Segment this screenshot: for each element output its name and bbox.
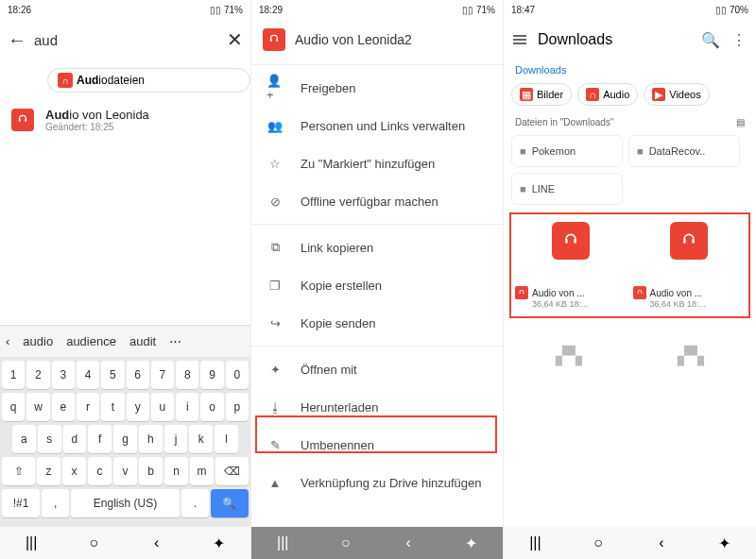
menu-offline[interactable]: ⊘Offline verfügbar machen: [251, 182, 503, 220]
menu-drive-shortcut[interactable]: ▲Verknüpfung zu Drive hinzufügen: [251, 464, 503, 501]
page-title: Downloads: [538, 31, 690, 48]
search-result[interactable]: Audio von Leonida Geändert: 18:25: [0, 100, 250, 140]
accessibility-icon[interactable]: ✦: [211, 534, 228, 551]
headphones-icon: ∩: [58, 73, 73, 88]
menu-open-with[interactable]: ✦Öffnen mit: [251, 350, 503, 388]
screen-downloads: 18:47 ▯▯70% Downloads 🔍 ⋮ Downloads ▦Bil…: [504, 0, 756, 559]
home-icon[interactable]: ○: [85, 534, 102, 551]
menu-download[interactable]: ⭳Herunterladen: [251, 388, 503, 426]
share-icon: 👤+: [266, 74, 284, 102]
section-label: Dateien in "Downloads" ▤: [504, 110, 756, 135]
more-icon[interactable]: ⋮: [731, 31, 747, 49]
recents-icon[interactable]: |||: [274, 534, 291, 551]
folder-icon: ■: [520, 145, 526, 157]
menu-copy-link[interactable]: ⧉Link kopieren: [251, 229, 503, 266]
headphones-icon: ∩: [586, 88, 599, 101]
sheet-header: Audio von Leonida2: [251, 19, 503, 60]
filter-chips: ▦Bilder ∩Audio ▶Videos: [504, 79, 756, 110]
recents-icon[interactable]: |||: [526, 534, 543, 551]
keyboard[interactable]: 1234567890 qwertyuiop asdfghjkl ⇧zxcvbnm…: [0, 357, 250, 527]
drive-icon: ▲: [266, 476, 284, 490]
loading-files: ▞▚ ▞▚: [504, 330, 756, 382]
headphones-icon: [263, 28, 285, 51]
home-icon[interactable]: ○: [337, 534, 354, 551]
suggestion-prev[interactable]: ‹: [6, 334, 9, 348]
placeholder-icon: ▞▚: [633, 337, 749, 375]
file-item[interactable]: Audio von ... 36,64 KB 18:...: [515, 222, 627, 309]
status-time: 18:47: [511, 5, 535, 15]
back-icon[interactable]: ‹: [400, 534, 417, 551]
menu-make-copy[interactable]: ❐Kopie erstellen: [251, 266, 503, 304]
status-time: 18:26: [8, 5, 31, 15]
link-icon: ⧉: [266, 240, 284, 255]
suggestion[interactable]: audit: [129, 334, 156, 348]
status-time: 18:29: [259, 5, 283, 15]
suggestion[interactable]: audio: [23, 334, 53, 348]
menu-send-copy[interactable]: ↪Kopie senden: [251, 304, 503, 342]
star-icon: ☆: [266, 157, 284, 171]
filter-chip-audio[interactable]: ∩ Audiodateien: [47, 68, 250, 93]
view-toggle-icon[interactable]: ▤: [736, 117, 745, 127]
menu-share[interactable]: 👤+Freigeben: [251, 69, 503, 107]
back-icon[interactable]: ‹: [148, 534, 165, 551]
chip-images[interactable]: ▦Bilder: [511, 83, 572, 106]
app-bar: Downloads 🔍 ⋮: [504, 19, 756, 60]
search-bar: ← ✕: [0, 19, 250, 60]
folder-icon: ■: [520, 183, 526, 195]
offline-icon: ⊘: [266, 195, 284, 209]
recents-icon[interactable]: |||: [23, 534, 40, 551]
image-icon: ▦: [520, 88, 533, 101]
search-icon[interactable]: 🔍: [701, 31, 720, 49]
headphones-icon: [515, 286, 528, 299]
shift-key: ⇧: [2, 457, 35, 485]
clear-icon[interactable]: ✕: [227, 28, 243, 51]
android-navbar: ||| ○ ‹ ✦: [0, 527, 250, 559]
screen-search: 18:26 ▯▯71% ← ✕ ∩ Audiodateien Audio von…: [0, 0, 251, 559]
highlighted-files: Audio von ... 36,64 KB 18:... Audio von …: [509, 212, 750, 318]
chip-label: Audiodateien: [77, 74, 145, 87]
people-icon: 👥: [266, 119, 284, 133]
folder-icon: ■: [637, 145, 644, 157]
status-bar: 18:47 ▯▯70%: [504, 0, 756, 19]
breadcrumb[interactable]: Downloads: [504, 60, 756, 79]
accessibility-icon[interactable]: ✦: [716, 534, 733, 551]
chip-audio[interactable]: ∩Audio: [577, 83, 638, 106]
space-key: English (US): [71, 489, 180, 517]
menu-rename[interactable]: ✎Umbenennen: [251, 426, 503, 464]
headphones-icon: [670, 222, 708, 260]
file-item[interactable]: Audio von ... 36,64 KB 18:...: [633, 222, 746, 309]
open-icon: ✦: [266, 363, 284, 377]
suggestion[interactable]: audience: [66, 334, 116, 348]
sheet-title: Audio von Leonida2: [295, 32, 412, 47]
rename-icon: ✎: [266, 438, 284, 452]
headphones-icon: [11, 109, 34, 131]
home-icon[interactable]: ○: [590, 534, 607, 551]
search-input[interactable]: [34, 32, 219, 48]
menu-star[interactable]: ☆Zu "Markiert" hinzufügen: [251, 144, 503, 182]
folder[interactable]: ■LINE: [511, 173, 623, 205]
placeholder-icon: ▞▚: [511, 337, 627, 375]
back-icon[interactable]: ←: [8, 29, 26, 51]
android-navbar: ||| ○ ‹ ✦: [504, 527, 756, 559]
search-key: 🔍: [211, 489, 249, 517]
folder[interactable]: ■Pokemon: [511, 135, 623, 167]
android-navbar: ||| ○ ‹ ✦: [251, 527, 503, 559]
send-icon: ↪: [266, 316, 284, 330]
folder[interactable]: ■DataRecov..: [628, 135, 740, 167]
result-text: Audio von Leonida Geändert: 18:25: [45, 108, 149, 132]
video-icon: ▶: [652, 88, 665, 101]
keyboard-area: ‹ audio audience audit ⋯ 1234567890 qwer…: [0, 325, 250, 559]
headphones-icon: [633, 286, 646, 299]
chip-videos[interactable]: ▶Videos: [644, 83, 709, 106]
copy-icon: ❐: [266, 279, 284, 293]
status-bar: 18:26 ▯▯71%: [0, 0, 250, 19]
headphones-icon: [552, 222, 590, 260]
screen-menu: 18:29 ▯▯71% Audio von Leonida2 👤+Freigeb…: [251, 0, 504, 559]
back-icon[interactable]: ‹: [653, 534, 670, 551]
download-icon: ⭳: [266, 400, 284, 415]
menu-manage-people[interactable]: 👥Personen und Links verwalten: [251, 107, 503, 144]
accessibility-icon[interactable]: ✦: [463, 534, 480, 551]
folders: ■Pokemon ■DataRecov.. ■LINE: [504, 135, 756, 205]
menu-icon[interactable]: [513, 35, 526, 44]
suggestion-more[interactable]: ⋯: [169, 334, 181, 348]
